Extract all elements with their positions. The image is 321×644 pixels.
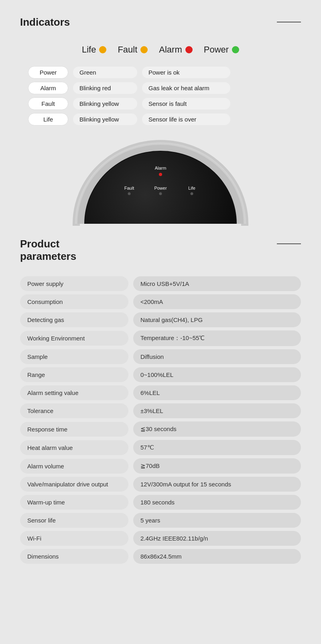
param-value-7: ±3%LEL: [133, 403, 301, 418]
param-value-14: 2.4GHz IEEE802.11b/g/n: [133, 531, 301, 546]
param-value-10: ≧70dB: [133, 458, 301, 474]
legend-life-label: Life: [82, 45, 96, 55]
params-title-line: [277, 243, 301, 244]
legend-fault: Fault: [118, 45, 148, 55]
life-dot: [99, 46, 106, 53]
param-label-5: Range: [20, 367, 128, 382]
param-row-5: Range 0~100%LEL: [20, 367, 301, 382]
param-value-3: Temperature：-10~55℃: [133, 330, 301, 346]
ind-desc-power: Power is ok: [142, 67, 230, 78]
ind-desc-alarm: Gas leak or heat alarm: [142, 82, 230, 94]
legend-power: Power: [204, 45, 239, 55]
param-label-0: Power supply: [20, 276, 128, 291]
param-label-8: Response time: [20, 422, 128, 437]
svg-text:Life: Life: [188, 186, 195, 190]
param-row-6: Alarm setting value 6%LEL: [20, 385, 301, 400]
page: Indicators Life Fault Alarm Power: [0, 0, 321, 580]
param-label-3: Working Environment: [20, 331, 128, 346]
svg-point-10: [159, 192, 162, 195]
svg-point-8: [128, 192, 131, 195]
ind-desc-fault: Sensor is fault: [142, 98, 230, 109]
param-row-10: Alarm volume ≧70dB: [20, 458, 301, 474]
legend-alarm-label: Alarm: [159, 45, 182, 55]
param-value-8: ≦30 seconds: [133, 421, 301, 437]
param-label-9: Heat alarm value: [20, 440, 128, 455]
param-row-11: Valve/manipulator drive output 12V/300mA…: [20, 477, 301, 492]
param-row-2: Detecting gas Natural gas(CH4), LPG: [20, 312, 301, 327]
param-row-12: Warm-up time 180 seconds: [20, 495, 301, 510]
legend-row: Life Fault Alarm Power: [20, 45, 301, 55]
params-section: Product parameters Power supply Micro US…: [20, 238, 301, 564]
legend-alarm: Alarm: [159, 45, 192, 55]
indicators-title-line: [277, 22, 301, 22]
indicators-section: Indicators Life Fault Alarm Power: [20, 16, 301, 126]
param-row-0: Power supply Micro USB+5V/1A: [20, 276, 301, 291]
ind-desc-life: Sensor life is over: [142, 113, 230, 125]
param-value-15: 86x86x24.5mm: [133, 549, 301, 564]
param-row-3: Working Environment Temperature：-10~55℃: [20, 330, 301, 346]
param-value-2: Natural gas(CH4), LPG: [133, 312, 301, 327]
params-table: Power supply Micro USB+5V/1A Consumption…: [20, 276, 301, 564]
param-row-1: Consumption <200mA: [20, 294, 301, 309]
param-row-13: Sensor life 5 years: [20, 513, 301, 528]
param-value-5: 0~100%LEL: [133, 367, 301, 382]
param-label-10: Alarm volume: [20, 459, 128, 474]
indicator-table: Power Green Power is ok Alarm Blinking r…: [28, 66, 293, 126]
svg-text:Fault: Fault: [124, 186, 134, 190]
params-title: Product parameters: [20, 238, 76, 263]
ind-label-power: Power: [28, 66, 68, 79]
param-label-15: Dimensions: [20, 549, 128, 564]
indicators-title: Indicators: [20, 16, 70, 28]
ind-label-fault: Fault: [28, 97, 68, 110]
svg-point-6: [159, 173, 162, 176]
param-row-9: Heat alarm value 57℃: [20, 440, 301, 455]
param-value-6: 6%LEL: [133, 385, 301, 400]
ind-state-alarm: Blinking red: [73, 82, 137, 94]
param-row-14: Wi-Fi 2.4GHz IEEE802.11b/g/n: [20, 531, 301, 546]
param-value-11: 12V/300mA output for 15 seconds: [133, 477, 301, 492]
legend-fault-label: Fault: [118, 45, 137, 55]
fault-dot: [140, 46, 148, 53]
param-label-4: Sample: [20, 349, 128, 364]
param-value-13: 5 years: [133, 513, 301, 528]
ind-label-alarm: Alarm: [28, 82, 68, 94]
device-container: Alarm Fault Power Life: [20, 138, 301, 226]
svg-point-12: [191, 192, 193, 195]
param-value-9: 57℃: [133, 440, 301, 455]
param-value-12: 180 seconds: [133, 495, 301, 510]
param-value-4: Diffusion: [133, 349, 301, 364]
param-row-15: Dimensions 86x86x24.5mm: [20, 549, 301, 564]
ind-label-life: Life: [28, 113, 68, 126]
param-label-13: Sensor life: [20, 513, 128, 528]
param-label-12: Warm-up time: [20, 495, 128, 510]
param-value-0: Micro USB+5V/1A: [133, 276, 301, 291]
param-value-1: <200mA: [133, 294, 301, 309]
ind-state-life: Blinking yellow: [73, 113, 137, 125]
indicator-row-life: Life Blinking yellow Sensor life is over: [28, 113, 293, 126]
param-row-8: Response time ≦30 seconds: [20, 421, 301, 437]
ind-state-power: Green: [73, 67, 137, 78]
indicator-row-alarm: Alarm Blinking red Gas leak or heat alar…: [28, 82, 293, 94]
alarm-dot: [185, 46, 193, 53]
ind-state-fault: Blinking yellow: [73, 98, 137, 109]
param-label-14: Wi-Fi: [20, 531, 128, 546]
svg-text:Power: Power: [154, 186, 167, 190]
svg-text:Alarm: Alarm: [155, 166, 167, 170]
legend-life: Life: [82, 45, 106, 55]
power-dot: [232, 46, 239, 53]
param-row-7: Tolerance ±3%LEL: [20, 403, 301, 418]
indicator-row-power: Power Green Power is ok: [28, 66, 293, 79]
param-label-7: Tolerance: [20, 403, 128, 418]
legend-power-label: Power: [204, 45, 229, 55]
param-label-6: Alarm setting value: [20, 385, 128, 400]
param-row-4: Sample Diffusion: [20, 349, 301, 364]
param-label-11: Valve/manipulator drive output: [20, 477, 128, 492]
param-label-2: Detecting gas: [20, 312, 128, 327]
param-label-1: Consumption: [20, 294, 128, 309]
indicator-row-fault: Fault Blinking yellow Sensor is fault: [28, 97, 293, 110]
device-svg: Alarm Fault Power Life: [72, 138, 249, 226]
